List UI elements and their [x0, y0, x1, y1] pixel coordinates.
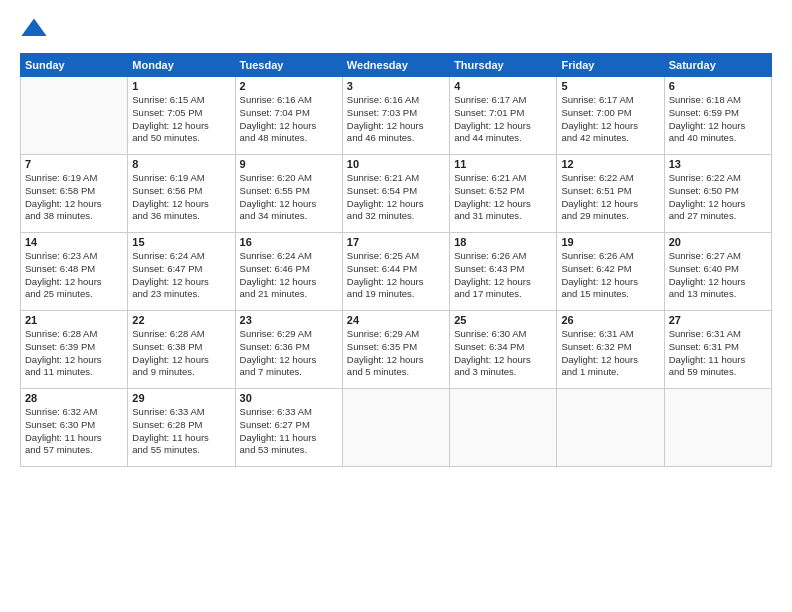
day-info: Sunrise: 6:21 AMSunset: 6:52 PMDaylight:… [454, 172, 552, 223]
day-number: 18 [454, 236, 552, 248]
day-number: 20 [669, 236, 767, 248]
day-number: 26 [561, 314, 659, 326]
weekday-header-saturday: Saturday [664, 54, 771, 77]
day-info: Sunrise: 6:33 AMSunset: 6:27 PMDaylight:… [240, 406, 338, 457]
calendar-cell [664, 389, 771, 467]
day-info: Sunrise: 6:21 AMSunset: 6:54 PMDaylight:… [347, 172, 445, 223]
calendar-cell: 28Sunrise: 6:32 AMSunset: 6:30 PMDayligh… [21, 389, 128, 467]
calendar-cell: 12Sunrise: 6:22 AMSunset: 6:51 PMDayligh… [557, 155, 664, 233]
calendar-cell: 18Sunrise: 6:26 AMSunset: 6:43 PMDayligh… [450, 233, 557, 311]
calendar-cell: 22Sunrise: 6:28 AMSunset: 6:38 PMDayligh… [128, 311, 235, 389]
calendar-cell: 9Sunrise: 6:20 AMSunset: 6:55 PMDaylight… [235, 155, 342, 233]
day-info: Sunrise: 6:26 AMSunset: 6:42 PMDaylight:… [561, 250, 659, 301]
day-info: Sunrise: 6:27 AMSunset: 6:40 PMDaylight:… [669, 250, 767, 301]
day-info: Sunrise: 6:26 AMSunset: 6:43 PMDaylight:… [454, 250, 552, 301]
calendar-cell: 29Sunrise: 6:33 AMSunset: 6:28 PMDayligh… [128, 389, 235, 467]
calendar-cell: 27Sunrise: 6:31 AMSunset: 6:31 PMDayligh… [664, 311, 771, 389]
calendar-cell: 11Sunrise: 6:21 AMSunset: 6:52 PMDayligh… [450, 155, 557, 233]
calendar-cell: 3Sunrise: 6:16 AMSunset: 7:03 PMDaylight… [342, 77, 449, 155]
day-number: 12 [561, 158, 659, 170]
day-info: Sunrise: 6:33 AMSunset: 6:28 PMDaylight:… [132, 406, 230, 457]
calendar-table: SundayMondayTuesdayWednesdayThursdayFrid… [20, 53, 772, 467]
day-number: 24 [347, 314, 445, 326]
day-info: Sunrise: 6:23 AMSunset: 6:48 PMDaylight:… [25, 250, 123, 301]
day-number: 16 [240, 236, 338, 248]
calendar-cell: 30Sunrise: 6:33 AMSunset: 6:27 PMDayligh… [235, 389, 342, 467]
calendar-cell [21, 77, 128, 155]
page: SundayMondayTuesdayWednesdayThursdayFrid… [0, 0, 792, 612]
day-info: Sunrise: 6:19 AMSunset: 6:58 PMDaylight:… [25, 172, 123, 223]
day-number: 23 [240, 314, 338, 326]
calendar-cell: 2Sunrise: 6:16 AMSunset: 7:04 PMDaylight… [235, 77, 342, 155]
day-number: 17 [347, 236, 445, 248]
calendar-cell: 5Sunrise: 6:17 AMSunset: 7:00 PMDaylight… [557, 77, 664, 155]
day-info: Sunrise: 6:32 AMSunset: 6:30 PMDaylight:… [25, 406, 123, 457]
day-info: Sunrise: 6:29 AMSunset: 6:35 PMDaylight:… [347, 328, 445, 379]
day-number: 5 [561, 80, 659, 92]
header [20, 15, 772, 43]
calendar-week-row: 21Sunrise: 6:28 AMSunset: 6:39 PMDayligh… [21, 311, 772, 389]
calendar-cell: 20Sunrise: 6:27 AMSunset: 6:40 PMDayligh… [664, 233, 771, 311]
day-info: Sunrise: 6:29 AMSunset: 6:36 PMDaylight:… [240, 328, 338, 379]
day-number: 27 [669, 314, 767, 326]
day-number: 3 [347, 80, 445, 92]
calendar-cell: 6Sunrise: 6:18 AMSunset: 6:59 PMDaylight… [664, 77, 771, 155]
logo-icon [20, 15, 48, 43]
calendar-cell: 13Sunrise: 6:22 AMSunset: 6:50 PMDayligh… [664, 155, 771, 233]
calendar-cell: 8Sunrise: 6:19 AMSunset: 6:56 PMDaylight… [128, 155, 235, 233]
calendar-week-row: 28Sunrise: 6:32 AMSunset: 6:30 PMDayligh… [21, 389, 772, 467]
day-number: 30 [240, 392, 338, 404]
calendar-week-row: 7Sunrise: 6:19 AMSunset: 6:58 PMDaylight… [21, 155, 772, 233]
day-info: Sunrise: 6:17 AMSunset: 7:01 PMDaylight:… [454, 94, 552, 145]
day-info: Sunrise: 6:17 AMSunset: 7:00 PMDaylight:… [561, 94, 659, 145]
day-number: 8 [132, 158, 230, 170]
weekday-header-tuesday: Tuesday [235, 54, 342, 77]
calendar-week-row: 14Sunrise: 6:23 AMSunset: 6:48 PMDayligh… [21, 233, 772, 311]
day-info: Sunrise: 6:22 AMSunset: 6:51 PMDaylight:… [561, 172, 659, 223]
day-number: 28 [25, 392, 123, 404]
day-number: 13 [669, 158, 767, 170]
day-info: Sunrise: 6:25 AMSunset: 6:44 PMDaylight:… [347, 250, 445, 301]
day-number: 9 [240, 158, 338, 170]
calendar-cell: 21Sunrise: 6:28 AMSunset: 6:39 PMDayligh… [21, 311, 128, 389]
day-info: Sunrise: 6:28 AMSunset: 6:39 PMDaylight:… [25, 328, 123, 379]
calendar-cell: 4Sunrise: 6:17 AMSunset: 7:01 PMDaylight… [450, 77, 557, 155]
day-info: Sunrise: 6:19 AMSunset: 6:56 PMDaylight:… [132, 172, 230, 223]
day-number: 11 [454, 158, 552, 170]
calendar-cell: 16Sunrise: 6:24 AMSunset: 6:46 PMDayligh… [235, 233, 342, 311]
calendar-cell: 19Sunrise: 6:26 AMSunset: 6:42 PMDayligh… [557, 233, 664, 311]
day-info: Sunrise: 6:15 AMSunset: 7:05 PMDaylight:… [132, 94, 230, 145]
day-number: 2 [240, 80, 338, 92]
calendar-cell [342, 389, 449, 467]
day-number: 10 [347, 158, 445, 170]
day-info: Sunrise: 6:24 AMSunset: 6:46 PMDaylight:… [240, 250, 338, 301]
day-info: Sunrise: 6:31 AMSunset: 6:32 PMDaylight:… [561, 328, 659, 379]
day-info: Sunrise: 6:28 AMSunset: 6:38 PMDaylight:… [132, 328, 230, 379]
calendar-cell: 17Sunrise: 6:25 AMSunset: 6:44 PMDayligh… [342, 233, 449, 311]
day-number: 29 [132, 392, 230, 404]
day-number: 6 [669, 80, 767, 92]
weekday-header-thursday: Thursday [450, 54, 557, 77]
weekday-header-sunday: Sunday [21, 54, 128, 77]
day-number: 14 [25, 236, 123, 248]
weekday-header-friday: Friday [557, 54, 664, 77]
calendar-cell: 25Sunrise: 6:30 AMSunset: 6:34 PMDayligh… [450, 311, 557, 389]
day-info: Sunrise: 6:31 AMSunset: 6:31 PMDaylight:… [669, 328, 767, 379]
svg-rect-1 [30, 30, 38, 36]
calendar-cell: 26Sunrise: 6:31 AMSunset: 6:32 PMDayligh… [557, 311, 664, 389]
day-info: Sunrise: 6:20 AMSunset: 6:55 PMDaylight:… [240, 172, 338, 223]
calendar-cell: 1Sunrise: 6:15 AMSunset: 7:05 PMDaylight… [128, 77, 235, 155]
calendar-week-row: 1Sunrise: 6:15 AMSunset: 7:05 PMDaylight… [21, 77, 772, 155]
calendar-header-row: SundayMondayTuesdayWednesdayThursdayFrid… [21, 54, 772, 77]
weekday-header-wednesday: Wednesday [342, 54, 449, 77]
day-number: 1 [132, 80, 230, 92]
day-info: Sunrise: 6:24 AMSunset: 6:47 PMDaylight:… [132, 250, 230, 301]
day-number: 4 [454, 80, 552, 92]
day-info: Sunrise: 6:16 AMSunset: 7:04 PMDaylight:… [240, 94, 338, 145]
calendar-cell: 14Sunrise: 6:23 AMSunset: 6:48 PMDayligh… [21, 233, 128, 311]
calendar-cell: 24Sunrise: 6:29 AMSunset: 6:35 PMDayligh… [342, 311, 449, 389]
day-info: Sunrise: 6:18 AMSunset: 6:59 PMDaylight:… [669, 94, 767, 145]
day-number: 21 [25, 314, 123, 326]
day-number: 22 [132, 314, 230, 326]
day-info: Sunrise: 6:22 AMSunset: 6:50 PMDaylight:… [669, 172, 767, 223]
